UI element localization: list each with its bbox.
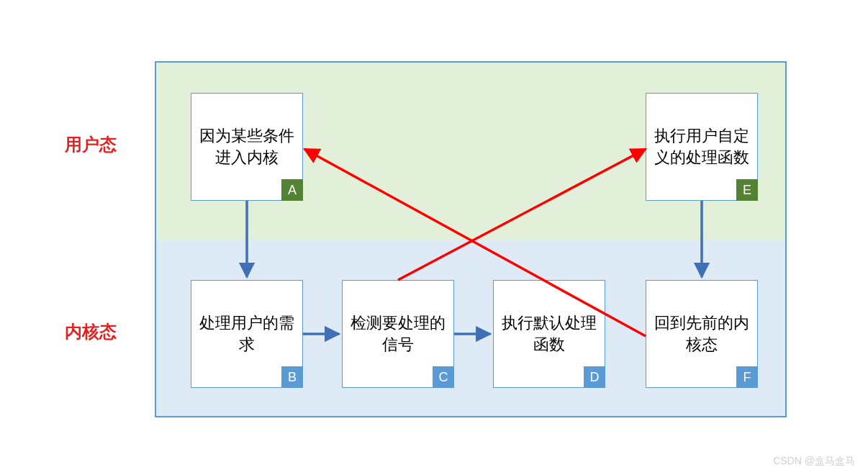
node-e: 执行用户自定义的处理函数 E	[646, 93, 758, 201]
node-f-text: 回到先前的内核态	[652, 312, 751, 355]
node-d-text: 执行默认处理函数	[499, 312, 599, 355]
node-a-text: 因为某些条件进入内核	[197, 125, 297, 168]
node-b: 处理用户的需求 B	[191, 280, 303, 388]
node-f-badge: F	[736, 366, 758, 388]
node-e-text: 执行用户自定义的处理函数	[652, 125, 751, 168]
label-kernel-mode: 内核态	[65, 320, 117, 343]
node-f: 回到先前的内核态 F	[646, 280, 758, 388]
node-b-text: 处理用户的需求	[197, 312, 297, 355]
node-c: 检测要处理的信号 C	[342, 280, 454, 388]
watermark: CSDN @盒马盒马	[773, 455, 855, 468]
node-c-badge: C	[433, 366, 454, 388]
node-c-text: 检测要处理的信号	[348, 312, 448, 355]
node-b-badge: B	[281, 366, 303, 388]
label-user-mode: 用户态	[65, 133, 117, 156]
node-e-badge: E	[736, 179, 758, 201]
node-a: 因为某些条件进入内核 A	[191, 93, 303, 201]
node-d-badge: D	[584, 366, 605, 388]
node-a-badge: A	[281, 179, 303, 201]
diagram-frame: 因为某些条件进入内核 A 执行用户自定义的处理函数 E 处理用户的需求 B 检测…	[155, 61, 787, 417]
node-d: 执行默认处理函数 D	[493, 280, 605, 388]
